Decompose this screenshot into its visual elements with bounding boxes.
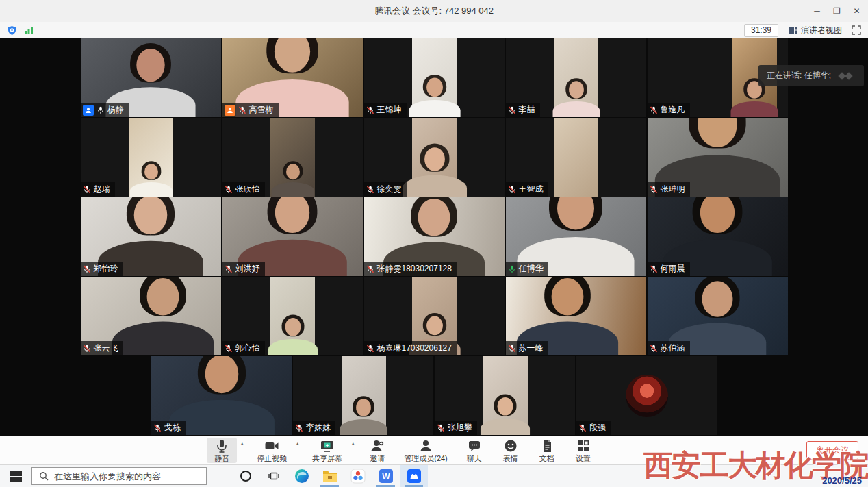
toolbar-button-emoji[interactable]: 表情	[496, 438, 526, 463]
participant-tile[interactable]: 高雪梅	[222, 38, 363, 117]
participant-tile[interactable]: 李姝姝	[293, 356, 433, 435]
toolbar-button-mute[interactable]: 静音▲	[207, 438, 237, 463]
participant-name: 张静雯18030207128	[377, 263, 452, 275]
toolbar-button-chat[interactable]: 聊天	[459, 438, 489, 463]
participant-tile[interactable]: 苏伯涵	[648, 277, 788, 355]
participant-tile[interactable]: 王锦坤	[364, 38, 505, 117]
video-grid-row: 郑怡玲刘洪妤张静雯18030207128任博华何雨晨	[0, 197, 868, 276]
task-view-button[interactable]	[259, 465, 288, 487]
windows-logo-icon	[10, 471, 22, 482]
person-head	[498, 397, 513, 416]
participant-name: 王智成	[519, 184, 544, 195]
toolbar-button-label: 静音	[214, 453, 229, 463]
participant-name: 苏一峰	[519, 342, 544, 354]
person-body	[731, 101, 778, 117]
toolbar-button-docs[interactable]: 文档	[532, 438, 562, 463]
participant-name-bar: 高雪梅	[222, 103, 279, 117]
toolbar-button-share-screen[interactable]: 共享屏幕▲	[307, 438, 348, 463]
participant-tile[interactable]: 徐奕雯	[364, 118, 505, 197]
participant-tile[interactable]: 王智成	[506, 118, 646, 197]
participant-name-bar: 张静雯18030207128	[364, 262, 457, 276]
caret-up-icon[interactable]: ▲	[240, 441, 244, 446]
host-badge-icon	[83, 105, 94, 116]
close-icon[interactable]: ✕	[847, 0, 867, 22]
participant-tile[interactable]: 戈栋	[151, 356, 292, 435]
participant-name-bar: 刘洪妤	[222, 262, 265, 276]
caret-up-icon[interactable]: ▲	[350, 441, 355, 446]
leave-meeting-button[interactable]: 离开会议	[806, 441, 858, 460]
taskbar-app-explorer[interactable]	[316, 465, 344, 487]
fullscreen-icon[interactable]	[852, 25, 861, 35]
mic-muted-icon	[437, 424, 445, 432]
participant-name: 郭心怡	[235, 342, 260, 354]
video-grid-row: 杨静高雪梅王锦坤李喆鲁逸凡	[0, 38, 868, 117]
person-head	[286, 164, 300, 179]
toolbar-button-stop-video[interactable]: 停止视频▲	[251, 438, 292, 463]
start-button[interactable]	[0, 465, 31, 487]
toolbar-button-members[interactable]: 管理成员(24)	[398, 438, 453, 463]
restore-icon[interactable]: ❐	[827, 0, 847, 22]
windows-taskbar: W	[0, 464, 868, 487]
minimize-icon[interactable]: ─	[807, 0, 827, 22]
participant-name: 杨嘉琳17030206127	[377, 342, 452, 354]
participant-video	[129, 118, 173, 197]
meeting-topbar-right: 31:39 演讲者视图	[744, 24, 861, 37]
meeting-topbar: 31:39 演讲者视图	[0, 22, 868, 38]
speaker-view-button[interactable]: 演讲者视图	[788, 25, 842, 36]
person-head	[205, 356, 238, 393]
camera-icon	[264, 438, 279, 453]
participant-tile[interactable]: 张云飞	[81, 277, 221, 355]
participant-tile[interactable]: 何雨晨	[648, 197, 788, 276]
mic-muted-icon	[366, 106, 374, 114]
participant-name-bar: 杨嘉琳17030206127	[364, 341, 457, 355]
toolbar-button-settings[interactable]: 设置	[568, 438, 598, 463]
person-body	[402, 175, 466, 197]
participant-tile[interactable]: 张旭攀	[435, 356, 575, 435]
taskbar-app-edge[interactable]	[288, 465, 316, 487]
taskbar-app-tri-app[interactable]	[344, 465, 372, 487]
person-head	[702, 281, 733, 317]
participant-tile[interactable]: 李喆	[506, 38, 646, 117]
taskbar-app-wps[interactable]: W	[372, 465, 400, 487]
participant-tile[interactable]: 苏一峰	[506, 277, 646, 355]
participant-tile[interactable]: 张欣怡	[222, 118, 363, 197]
mic-muted-icon	[366, 345, 374, 353]
meeting-icon	[407, 469, 422, 484]
participant-tile[interactable]: 赵瑞	[81, 118, 221, 197]
participant-tile[interactable]: 杨静	[81, 38, 221, 117]
participant-tile[interactable]: 任博华	[506, 197, 646, 276]
participant-video	[270, 118, 315, 197]
participant-name: 高雪梅	[249, 104, 274, 116]
participant-tile[interactable]: 刘洪妤	[222, 197, 363, 276]
toolbar-button-label: 邀请	[370, 453, 385, 463]
participant-tile[interactable]: 张珅明	[648, 118, 788, 197]
meeting-logo-watermark-icon	[838, 71, 856, 81]
participant-tile[interactable]: 段强	[576, 356, 717, 435]
speaking-banner-text: 正在讲话: 任博华;	[767, 70, 831, 82]
person-head	[426, 316, 443, 336]
taskbar-search[interactable]	[31, 467, 207, 485]
participant-tile[interactable]: 郭心怡	[222, 277, 363, 355]
participant-name-bar: 赵瑞	[81, 182, 115, 197]
caret-up-icon[interactable]: ▲	[295, 441, 300, 446]
person-body	[271, 182, 314, 197]
shield-icon[interactable]	[7, 25, 17, 36]
video-area: 杨静高雪梅王锦坤李喆鲁逸凡赵瑞张欣怡徐奕雯王智成张珅明郑怡玲刘洪妤张静雯1803…	[0, 38, 868, 436]
wps-icon: W	[379, 469, 394, 484]
window-controls: ─ ❐ ✕	[807, 0, 867, 22]
task-view-icon	[268, 471, 279, 482]
video-grid-row: 赵瑞张欣怡徐奕雯王智成张珅明	[0, 118, 868, 197]
cortana-button[interactable]	[231, 465, 259, 487]
participant-video	[483, 356, 528, 435]
participant-name-bar: 张欣怡	[222, 182, 265, 197]
toolbar-button-invite[interactable]: 邀请	[362, 438, 392, 463]
participant-tile[interactable]: 杨嘉琳17030206127	[364, 277, 505, 355]
participant-name-bar: 李喆	[506, 103, 540, 117]
person-body	[481, 419, 530, 435]
participant-tile[interactable]: 张静雯18030207128	[364, 197, 505, 276]
person-icon	[418, 438, 433, 453]
participant-tile[interactable]: 郑怡玲	[81, 197, 221, 276]
taskbar-app-meeting[interactable]	[400, 465, 428, 487]
search-input[interactable]	[54, 471, 199, 482]
participant-name: 刘洪妤	[235, 263, 260, 275]
